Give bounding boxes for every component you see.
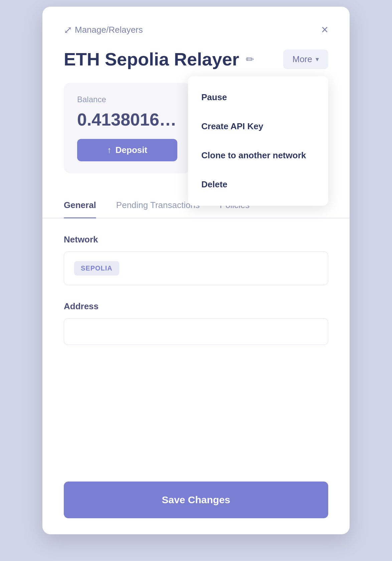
title-row: ETH Sepolia Relayer ✏ More ▾ [42,37,350,69]
deposit-button-label: Deposit [116,145,147,155]
title-left: ETH Sepolia Relayer ✏ [64,49,254,69]
modal-nav: ⤢ Manage/Relayers [64,24,143,36]
dropdown-menu: Pause Create API Key Clone to another ne… [188,76,328,206]
dropdown-item-create-api-key[interactable]: Create API Key [188,112,328,141]
balance-value: 0.4138016… [77,110,177,130]
save-changes-button[interactable]: Save Changes [64,482,328,518]
tab-pending-transactions[interactable]: Pending Transactions [116,193,200,218]
deposit-button[interactable]: ↑ Deposit [77,139,177,161]
address-label: Address [64,301,328,312]
modal-overlay: ⤢ Manage/Relayers × ETH Sepolia Relayer … [0,0,392,561]
balance-label: Balance [77,95,177,104]
form-section: Network SEPOLIA Address [42,218,350,377]
modal-header: ⤢ Manage/Relayers × [42,7,350,37]
network-field-box: SEPOLIA [64,251,328,285]
address-field-box[interactable] [64,318,328,345]
chevron-down-icon: ▾ [316,55,319,63]
more-button[interactable]: More ▾ [283,49,328,69]
tab-general[interactable]: General [64,193,96,218]
close-button[interactable]: × [321,23,328,37]
relayer-title: ETH Sepolia Relayer [64,49,239,69]
expand-icon[interactable]: ⤢ [64,24,72,36]
save-button-container: Save Changes [42,482,350,534]
network-label: Network [64,234,328,245]
dropdown-item-clone[interactable]: Clone to another network [188,141,328,170]
balance-card: Balance 0.4138016… ↑ Deposit [64,83,191,173]
more-button-label: More [292,54,312,64]
modal: ⤢ Manage/Relayers × ETH Sepolia Relayer … [42,7,350,534]
edit-icon[interactable]: ✏ [246,53,254,65]
modal-body: Balance 0.4138016… ↑ Deposit Pause Creat… [42,69,350,187]
dropdown-item-pause[interactable]: Pause [188,83,328,112]
deposit-icon: ↑ [107,145,112,155]
breadcrumb: Manage/Relayers [75,25,143,35]
dropdown-item-delete[interactable]: Delete [188,170,328,199]
network-badge: SEPOLIA [74,261,119,275]
